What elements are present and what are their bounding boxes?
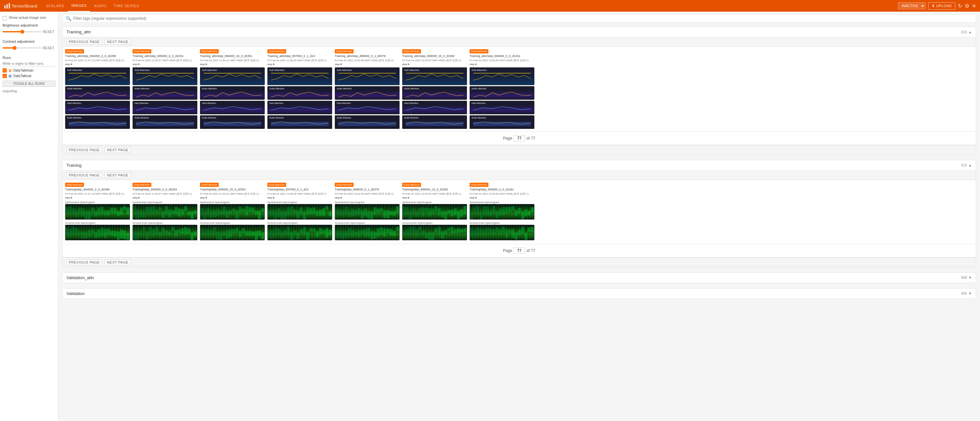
attn-chart-4[interactable]: Audio Binaries (267, 115, 332, 129)
card-title: Training/step_894000_2_0_d2288 (65, 188, 110, 191)
nav-time-series[interactable]: TIME SERIES (110, 0, 142, 12)
nav-audio[interactable]: AUDIO (91, 0, 110, 12)
section-validation-attn-header[interactable]: Validation_attn 900 ▼ (62, 273, 976, 283)
card-title: Training_attn/step_900000_0_0_d1261 (469, 54, 520, 58)
run-val-label: DailyTalk/val (13, 74, 32, 78)
card-images: Synthesized Spectrogram Ground-truth Spe… (402, 201, 467, 241)
attn-chart-2[interactable]: Audio Attention (469, 86, 535, 100)
card-title: Training/step_899000_15_0_d1582 (402, 188, 448, 191)
training-prev-button[interactable]: PREVIOUS PAGE (67, 172, 102, 178)
spec-panel[interactable]: Ground-truth Spectrogram (402, 221, 467, 240)
card-header: DailyTalk/train Training/step_894000_2_0… (65, 183, 130, 200)
section-validation: Validation 900 ▼ (62, 288, 976, 299)
spec-panel[interactable]: Ground-truth Spectrogram (65, 221, 130, 240)
training-attn-next-bottom-button[interactable]: NEXT PAGE (105, 147, 130, 153)
spec-panel[interactable]: Synthesized Spectrogram (267, 201, 332, 219)
training-next-bottom-button[interactable]: NEXT PAGE (105, 259, 130, 265)
attn-chart-3[interactable]: Hard Attention (335, 101, 399, 114)
spec-panel[interactable]: Ground-truth Spectrogram (335, 221, 399, 240)
inactive-select[interactable]: INACTIVE (898, 2, 926, 10)
attn-chart-4[interactable]: Audio Binaries (402, 115, 467, 129)
attn-chart-2[interactable]: Audio Attention (402, 86, 467, 100)
refresh-icon[interactable]: ↻ (958, 3, 962, 9)
card-header: DailyTalk/train Training/step_896000_15_… (200, 183, 265, 200)
card-tag-badge: DailyTalk/train (469, 183, 488, 187)
attn-chart-2[interactable]: Audio Attention (132, 86, 197, 100)
attn-chart-2[interactable]: Audio Attention (335, 86, 399, 100)
spec-panel[interactable]: Ground-truth Spectrogram (132, 221, 197, 240)
section-validation-title: Validation (67, 291, 84, 296)
brightness-reset-button[interactable]: RESET (43, 30, 54, 34)
section-training-attn-title: Training_attn (67, 29, 91, 34)
attn-chart-2[interactable]: Audio Attention (200, 86, 265, 100)
card-title: Training/step_897000_0_1_d13 (267, 188, 309, 191)
card-images: Synthesized Spectrogram Ground-truth Spe… (469, 201, 535, 241)
section-validation-header[interactable]: Validation 900 ▼ (62, 289, 976, 299)
run-train-checkbox[interactable] (3, 68, 7, 73)
filter-input[interactable] (73, 16, 972, 21)
card-images: Soft Attention Audio Attention Hard Atte… (200, 67, 265, 129)
attn-chart-1[interactable]: Soft Attention (65, 67, 130, 85)
spec-panel[interactable]: Synthesized Spectrogram (200, 201, 265, 219)
attn-chart-1[interactable]: Soft Attention (469, 67, 535, 85)
toggle-all-runs-button[interactable]: TOGGLE ALL RUNS (3, 81, 56, 87)
attn-chart-3[interactable]: Hard Attention (200, 101, 265, 114)
section-validation-attn-title: Validation_attn (67, 275, 94, 280)
attn-chart-4[interactable]: Audio Binaries (132, 115, 197, 129)
run-val-checkbox[interactable] (3, 74, 7, 78)
training-bottom-bar: PREVIOUS PAGE NEXT PAGE (62, 257, 976, 267)
section-training-attn-header: Training_attn 515 ▲ (62, 27, 976, 37)
spec-panel[interactable]: Synthesized Spectrogram (469, 201, 535, 219)
spec-panel[interactable]: Synthesized Spectrogram (132, 201, 197, 219)
attn-chart-1[interactable]: Soft Attention (402, 67, 467, 85)
training-attn-prev-button[interactable]: PREVIOUS PAGE (67, 39, 102, 45)
runs-filter-input[interactable] (3, 61, 56, 67)
attn-chart-1[interactable]: Soft Attention (335, 67, 399, 85)
attn-chart-3[interactable]: Hard Attention (402, 101, 467, 114)
brightness-slider-track[interactable] (3, 31, 41, 32)
spec-panel[interactable]: Synthesized Spectrogram (335, 201, 399, 219)
card-tag-badge: DailyTalk/train (267, 183, 286, 187)
show-actual-image-checkbox[interactable] (3, 16, 7, 21)
attn-chart-3[interactable]: Hard Attention (132, 101, 197, 114)
card-images: Synthesized Spectrogram Ground-truth Spe… (132, 201, 197, 241)
attn-chart-3[interactable]: Hard Attention (65, 101, 130, 114)
attn-chart-1[interactable]: Soft Attention (200, 67, 265, 85)
nav-images[interactable]: IMAGES (68, 0, 90, 12)
attn-chart-2[interactable]: Audio Attention (267, 86, 332, 100)
attn-chart-3[interactable]: Hard Attention (469, 101, 535, 114)
spec-panel[interactable]: Ground-truth Spectrogram (267, 221, 332, 240)
main-content: 🔍 Training_attn 515 ▲ PREVIOUS PAGE NEXT… (58, 12, 980, 307)
tensorboard-logo: TensorBoard (4, 3, 37, 9)
attn-chart-4[interactable]: Audio Binaries (65, 115, 130, 129)
training-attn-prev-bottom-button[interactable]: PREVIOUS PAGE (67, 147, 102, 153)
contrast-reset-button[interactable]: RESET (43, 46, 54, 50)
card-title: Training/step_898000_0_1_d2079 (335, 188, 379, 191)
upload-button[interactable]: ⬆ UPLOAD (928, 2, 955, 10)
training-attn-next-button-top[interactable]: NEXT PAGE (105, 39, 130, 45)
nav-scalars[interactable]: SCALARS (43, 0, 67, 12)
card-images: Soft Attention Audio Attention Hard Atte… (335, 67, 399, 129)
card-step: step 0 (335, 63, 342, 66)
attn-chart-2[interactable]: Audio Attention (65, 86, 130, 100)
spec-panel[interactable]: Ground-truth Spectrogram (200, 221, 265, 240)
spec-panel[interactable]: Synthesized Spectrogram (65, 201, 130, 219)
contrast-slider-container: RESET (3, 45, 56, 53)
attn-chart-4[interactable]: Audio Binaries (200, 115, 265, 129)
attn-chart-1[interactable]: Soft Attention (132, 67, 197, 85)
training-attn-page-input[interactable] (513, 135, 525, 141)
attn-chart-3[interactable]: Hard Attention (267, 101, 332, 114)
svg-text:Audio Attention: Audio Attention (269, 87, 285, 90)
training-next-button-top[interactable]: NEXT PAGE (105, 172, 130, 178)
close-icon[interactable]: ✕ (972, 3, 976, 9)
attn-chart-1[interactable]: Soft Attention (267, 67, 332, 85)
training-page-input[interactable] (513, 248, 525, 254)
contrast-slider-track[interactable] (3, 47, 41, 49)
training-prev-bottom-button[interactable]: PREVIOUS PAGE (67, 259, 102, 265)
settings-icon[interactable]: ⚙ (965, 3, 969, 9)
spec-panel[interactable]: Synthesized Spectrogram (402, 201, 467, 219)
spec-panel[interactable]: Ground-truth Spectrogram (469, 221, 535, 240)
attn-chart-4[interactable]: Audio Binaries (335, 115, 399, 129)
top-right-buttons: INACTIVE ⬆ UPLOAD ↻ ⚙ ✕ (898, 2, 976, 10)
attn-chart-4[interactable]: Audio Binaries (469, 115, 535, 129)
